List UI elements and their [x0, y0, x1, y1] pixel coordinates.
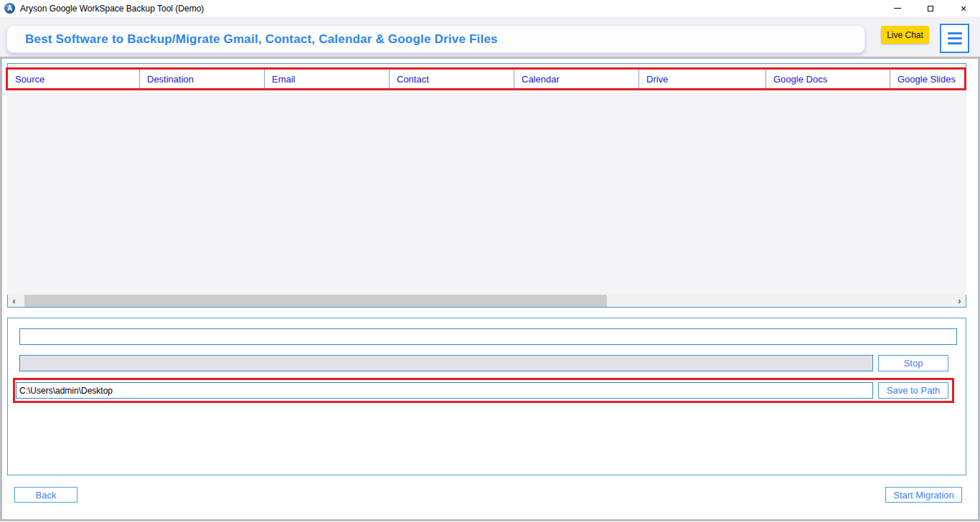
horizontal-scrollbar: ‹ ›: [8, 295, 966, 307]
save-to-path-button[interactable]: Save to Path: [878, 382, 948, 399]
column-header-drive[interactable]: Drive: [639, 70, 766, 88]
promo-banner: Best Software to Backup/Migrate Gmail, C…: [6, 25, 865, 53]
live-chat-button[interactable]: Live Chat: [881, 26, 929, 44]
column-header-google-docs[interactable]: Google Docs: [766, 70, 890, 88]
scroll-left-button[interactable]: ‹: [8, 295, 20, 307]
column-header-calendar[interactable]: Calendar: [514, 70, 639, 88]
header-strip: Best Software to Backup/Migrate Gmail, C…: [0, 16, 980, 57]
scrollbar-track[interactable]: [20, 295, 953, 307]
close-icon: ×: [961, 4, 966, 14]
start-migration-button[interactable]: Start Migration: [885, 487, 962, 503]
title-bar: A Aryson Google WorkSpace Backup Tool (D…: [0, 0, 980, 16]
scrollbar-thumb[interactable]: [24, 295, 607, 307]
column-header-source[interactable]: Source: [8, 70, 140, 88]
app-logo-icon: A: [4, 3, 15, 14]
restore-button[interactable]: [914, 0, 947, 16]
promo-banner-text: Best Software to Backup/Migrate Gmail, C…: [25, 32, 498, 47]
column-header-google-slides[interactable]: Google Slides: [890, 70, 964, 88]
column-header-contact[interactable]: Contact: [390, 70, 514, 88]
back-button[interactable]: Back: [14, 487, 77, 503]
column-header-email[interactable]: Email: [265, 70, 390, 88]
scroll-right-button[interactable]: ›: [953, 295, 966, 307]
window-title: Aryson Google WorkSpace Backup Tool (Dem…: [20, 4, 204, 14]
stop-button[interactable]: Stop: [878, 355, 948, 371]
save-path-input[interactable]: [16, 382, 873, 399]
migration-table-body: [7, 90, 966, 295]
minimize-icon: [894, 8, 901, 9]
table-header-row: Source Destination Email Contact Calenda…: [6, 67, 966, 90]
progress-bar: [19, 355, 873, 371]
restore-icon: [928, 6, 933, 11]
column-header-destination[interactable]: Destination: [140, 70, 265, 88]
status-field[interactable]: [19, 328, 957, 345]
minimize-button[interactable]: [881, 0, 914, 16]
window-controls: ×: [881, 0, 980, 16]
menu-button[interactable]: [940, 24, 969, 53]
hamburger-icon: [948, 32, 962, 34]
close-button[interactable]: ×: [947, 0, 980, 16]
